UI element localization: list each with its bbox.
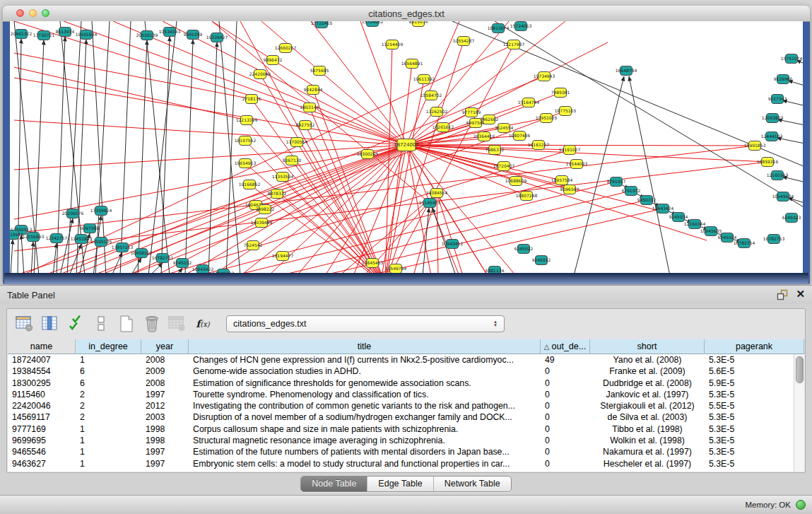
show-column-icon[interactable] [40,313,61,334]
column-header-title[interactable]: title [189,339,541,354]
graph-node-label: 11544093 [566,161,588,166]
table-row[interactable]: 911546021997Tourette syndrome. Phenomeno… [8,389,804,400]
table-row[interactable]: 946554611997Estimation of the future num… [8,446,804,457]
graph-node-label: 8096567 [560,187,579,192]
tab-edge-table[interactable]: Edge Table [367,477,433,491]
column-header-pagerank[interactable]: pagerank [705,339,804,354]
float-panel-icon[interactable] [777,289,788,300]
status-bar: Memory: OK [0,495,812,514]
graph-node-label: 11353594 [272,174,294,179]
table-cell: 18300295 [8,378,76,389]
graph-node-label: 13505135 [90,239,112,244]
graph-node-label: 18807248 [516,193,538,198]
table-row[interactable]: 1872400712008Changes of HCN gene express… [8,354,804,366]
graph-node-label: 16261612 [433,124,454,129]
table-cell: 5.3E-5 [705,458,804,469]
table-cell: 1 [76,354,141,366]
graph-node-label: 20206576 [62,211,84,216]
table-cell: Investigating the contribution of common… [189,400,541,411]
new-table-icon[interactable] [116,313,137,334]
table-cell: Wolkin et al. (1998) [590,435,705,446]
function-builder-icon[interactable]: f(x) [192,313,213,334]
table-row[interactable]: 969969511998Structural magnetic resonanc… [8,435,804,446]
window-bottom-border [4,273,808,284]
graph-node-label: 19384554 [426,190,448,195]
table-cell: Embryonic stem cells: a model to study s… [189,458,541,469]
table-row[interactable]: 977716911998Corpus callosum shape and si… [8,424,804,435]
table-cell: 5.3E-5 [705,446,804,457]
table-settings-icon[interactable] [14,313,35,334]
graph-node-label: 19166852 [239,182,261,187]
column-header-in_degree[interactable]: in_degree [76,339,141,354]
graph-node-label: 2803144 [300,105,319,110]
tab-node-table[interactable]: Node Table [301,477,367,491]
delete-column-trash-icon[interactable] [141,313,163,334]
graph-node-label: 9896472 [264,57,283,62]
graph-node-label: 16564891 [401,61,423,66]
table-cell: 1 [76,458,141,469]
table-cell: 0 [541,411,590,423]
graph-node-label: 19654923 [235,160,257,165]
table-row[interactable]: 2242004622012Investigating the contribut… [8,400,804,411]
graph-node-label: 8313074 [409,21,428,24]
column-header-out_de[interactable]: △out_de... [541,339,590,354]
tab-network-table[interactable]: Network Table [433,477,511,491]
window-titlebar[interactable]: citations_edges.txt [3,6,810,22]
graph-node-label: 19549794 [385,266,407,271]
graph-node-label: 9097588 [81,226,100,230]
table-cell: 22420046 [8,400,76,411]
graph-node-label: 11845453 [362,260,384,265]
column-header-short[interactable]: short [590,339,705,354]
vertical-scrollbar[interactable] [794,354,804,472]
table-cell: Tourette syndrome. Phenomenology and cla… [189,389,541,400]
graph-node-label: 18775165 [555,108,577,113]
table-cell: 6 [76,366,141,377]
graph-node-label: 16194477 [272,253,294,258]
close-icon[interactable]: ✕ [796,288,805,300]
graph-node-label: 13262502 [426,109,448,114]
memory-status-indicator[interactable] [796,500,806,510]
column-header-year[interactable]: year [141,339,189,354]
table-cell: Jankovic et al. (1997) [590,389,705,400]
table-row[interactable]: 1456911722003Disruption of a novel membe… [8,411,804,423]
table-row[interactable]: 1938455462009Genome-wide association stu… [8,366,804,377]
scrollbar-thumb[interactable] [796,356,804,383]
table-row[interactable]: 1830029562008Estimation of significance … [8,378,804,389]
network-graph-canvas[interactable]: 1872400722420046271817612213399181075521… [10,21,803,273]
graph-node-label: 10951035 [536,115,558,120]
table-toolbar: f(x) citations_edges.txt ▲▼ [7,309,805,339]
chevron-updown-icon: ▲▼ [490,320,504,327]
table-cell: de Silva et al. (2003) [590,411,705,423]
table-cell: Disruption of a novel member of a sodium… [189,411,541,423]
table-selector-dropdown[interactable]: citations_edges.txt ▲▼ [226,315,505,332]
network-view[interactable]: 1872400722420046271817612213399181075521… [10,21,803,273]
graph-node-label: 14039489 [251,220,273,225]
table-cell: 6 [76,378,141,389]
graph-node-label: 7986372 [486,147,505,152]
table-cell: 9465546 [8,446,76,457]
window-title: citations_edges.txt [3,8,810,19]
graph-node-label: 18107552 [235,138,257,143]
graph-node-label: 15751074 [781,56,803,61]
table-cell: 9115460 [8,389,76,400]
table-cell: 1 [76,435,141,446]
table-cell: 5.5E-5 [705,400,804,411]
table-cell: Genome-wide association studies in ADHD. [189,366,541,377]
table-body: 1872400712008Changes of HCN gene express… [8,354,804,469]
node-table: namein_degreeyeartitle△out_de...shortpag… [8,339,804,472]
table-cell: 0 [541,389,590,400]
graph-node-label: 18813074 [488,25,510,30]
row-cells-icon[interactable] [90,313,112,334]
table-cell: 2003 [141,411,189,423]
graph-node-label: 8427552 [296,122,315,127]
graph-node-label: 3624554 [495,125,514,130]
graph-node-label: 17359924 [90,208,112,213]
table-cell: Franke et al. (2009) [590,366,705,377]
column-header-name[interactable]: name [8,339,76,354]
table-row[interactable]: 946362711997Embryonic stem cells: a mode… [8,458,804,469]
graph-node-label: 8878332 [268,191,287,196]
table-cell: 2 [76,400,141,411]
select-checks-icon[interactable] [65,313,86,334]
table-tabs: Node Table Edge Table Network Table [0,476,812,491]
graph-node-label: 10807486 [509,133,531,138]
